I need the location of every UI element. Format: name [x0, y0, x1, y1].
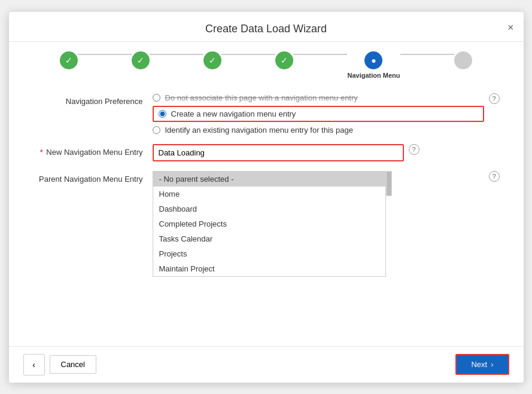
parent-nav-option-3[interactable]: Completed Projects — [153, 216, 385, 231]
parent-nav-option-2[interactable]: Dashboard — [153, 201, 385, 216]
step-3-circle: ✓ — [203, 51, 221, 69]
dialog-header: Create Data Load Wizard × — [9, 12, 524, 42]
connector-1-2 — [78, 54, 132, 55]
parent-nav-menu-entry-row: Parent Navigation Menu Entry - No parent… — [33, 171, 500, 277]
nav-pref-radio-3[interactable] — [153, 126, 160, 134]
connector-2-3 — [150, 54, 203, 55]
navigation-preference-row: Navigation Preference Do not associate t… — [33, 93, 500, 135]
nav-pref-radio-1[interactable] — [153, 94, 160, 102]
nav-pref-radio-2[interactable] — [159, 110, 166, 118]
connector-4-5 — [293, 54, 347, 55]
step-6-label — [462, 72, 464, 79]
new-nav-menu-entry-label: * New Navigation Menu Entry — [33, 144, 153, 157]
navigation-preference-options: Do not associate this page with a naviga… — [153, 93, 484, 135]
dialog-footer: ‹ Cancel Next › — [9, 346, 524, 383]
parent-nav-menu-dropdown-container: - No parent selected - Home Dashboard Co… — [153, 171, 484, 277]
parent-nav-option-6[interactable]: Maintain Project — [153, 261, 385, 276]
new-nav-menu-entry-input[interactable] — [153, 144, 404, 161]
parent-nav-option-5[interactable]: Projects — [153, 246, 385, 261]
step-6-circle — [454, 51, 472, 69]
nav-pref-option-1-text: Do not associate this page with a naviga… — [165, 93, 358, 102]
nav-pref-option-2-box[interactable]: Create a new navigation menu entry — [153, 106, 484, 122]
wizard-steps: ✓ ✓ ✓ ✓ ● Navigation Menu — [9, 42, 524, 81]
step-1-label — [68, 72, 70, 79]
connector-5-6 — [400, 54, 454, 55]
new-nav-menu-entry-help-icon[interactable]: ? — [409, 144, 419, 155]
nav-pref-option-2-text: Create a new navigation menu entry — [171, 109, 296, 118]
cancel-button[interactable]: Cancel — [50, 355, 96, 374]
parent-nav-menu-list[interactable]: - No parent selected - Home Dashboard Co… — [153, 171, 386, 277]
scrollbar-thumb[interactable] — [387, 172, 391, 196]
parent-nav-menu-help-icon[interactable]: ? — [489, 171, 500, 182]
step-4-circle: ✓ — [275, 51, 293, 69]
step-4: ✓ — [275, 51, 293, 79]
step-3-label — [212, 72, 214, 79]
step-6 — [454, 51, 472, 79]
nav-pref-option-1[interactable]: Do not associate this page with a naviga… — [153, 93, 484, 102]
parent-nav-option-1[interactable]: Home — [153, 187, 385, 201]
step-3: ✓ — [203, 51, 221, 79]
connector-3-4 — [221, 54, 275, 55]
step-1-circle: ✓ — [60, 51, 78, 69]
navigation-preference-label: Navigation Preference — [33, 93, 153, 106]
required-asterisk: * — [40, 148, 43, 157]
step-5-circle: ● — [364, 51, 382, 69]
footer-left-buttons: ‹ Cancel — [23, 354, 96, 375]
back-button[interactable]: ‹ — [23, 354, 45, 375]
nav-pref-option-3-text: Identify an existing navigation menu ent… — [165, 126, 353, 135]
create-data-load-wizard-dialog: Create Data Load Wizard × ✓ ✓ ✓ ✓ — [9, 12, 524, 383]
navigation-preference-help-icon[interactable]: ? — [489, 93, 500, 104]
next-button-label: Next — [471, 360, 487, 369]
dropdown-scrollbar[interactable] — [386, 171, 392, 196]
close-button[interactable]: × — [507, 22, 514, 34]
parent-nav-option-0[interactable]: - No parent selected - — [153, 172, 385, 187]
next-button[interactable]: Next › — [455, 354, 509, 375]
new-nav-menu-entry-row: * New Navigation Menu Entry ? — [33, 144, 500, 161]
step-5: ● Navigation Menu — [347, 51, 400, 79]
nav-pref-option-3[interactable]: Identify an existing navigation menu ent… — [153, 126, 484, 135]
step-5-label: Navigation Menu — [347, 72, 400, 79]
dialog-title: Create Data Load Wizard — [205, 23, 327, 35]
next-arrow-icon: › — [491, 360, 493, 369]
dialog-body: Navigation Preference Do not associate t… — [9, 81, 524, 346]
step-2-label — [140, 72, 142, 79]
step-2-circle: ✓ — [132, 51, 150, 69]
step-4-label — [284, 72, 285, 79]
parent-nav-option-4[interactable]: Tasks Calendar — [153, 231, 385, 246]
step-1: ✓ — [60, 51, 78, 79]
parent-nav-menu-entry-label: Parent Navigation Menu Entry — [33, 171, 153, 184]
step-2: ✓ — [132, 51, 150, 79]
